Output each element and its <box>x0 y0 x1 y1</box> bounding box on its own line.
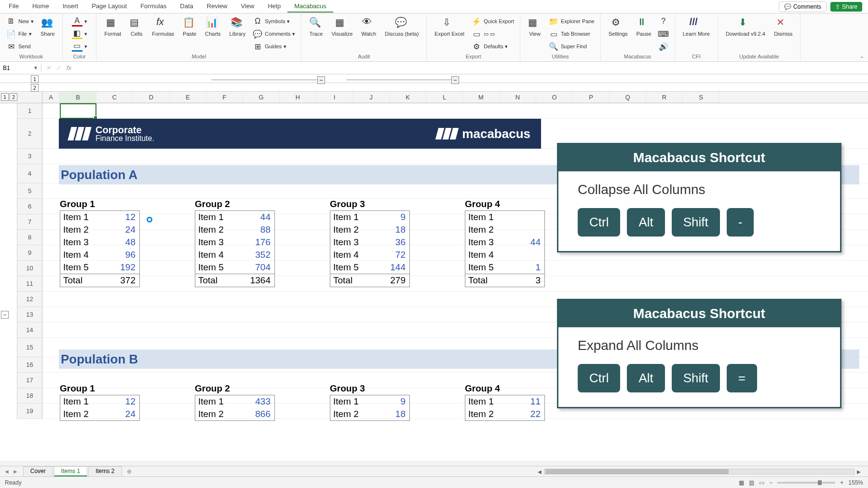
symbols-button[interactable]: ΩSymbols ▾ <box>251 15 291 27</box>
share-button[interactable]: ⇪Share <box>830 2 862 12</box>
col-header-Q[interactable]: Q <box>610 92 646 103</box>
row-header-9[interactable]: 9 <box>17 245 42 261</box>
charts-button[interactable]: 📊Charts <box>202 15 223 38</box>
fill-color-button[interactable]: ◧▾ <box>71 28 88 40</box>
col-header-E[interactable]: E <box>170 92 206 103</box>
row-header-13[interactable]: 13 <box>17 307 42 322</box>
quick-export-button[interactable]: ⚡Quick Export <box>470 15 515 27</box>
defaults-button[interactable]: ⚙Defaults ▾ <box>470 41 509 52</box>
settings-button[interactable]: ⚙Settings <box>606 15 631 38</box>
zoom-level[interactable]: 155% <box>848 479 863 486</box>
accept-formula-icon[interactable]: ✓ <box>56 64 62 71</box>
view-break-icon[interactable]: ▭ <box>759 479 764 486</box>
visualize-button[interactable]: ▦Visualize <box>328 15 355 38</box>
zoom-slider[interactable] <box>777 482 835 484</box>
horizontal-scrollbar[interactable]: ◄► <box>535 467 863 476</box>
menu-tab-review[interactable]: Review <box>200 0 234 13</box>
menu-tab-view[interactable]: View <box>234 0 261 13</box>
zoom-out-button[interactable]: − <box>769 479 773 486</box>
comments-ribbon-button[interactable]: 💬Comments ▾ <box>251 28 296 40</box>
row-outline-level-1[interactable]: 1 <box>1 93 9 101</box>
cancel-formula-icon[interactable]: ✕ <box>46 64 52 71</box>
col-collapse-1[interactable]: − <box>317 76 325 84</box>
pause-button[interactable]: ⏸Pause <box>634 15 654 38</box>
border-color-button[interactable]: ▭▾ <box>71 41 88 52</box>
col-collapse-2[interactable]: − <box>451 76 459 84</box>
col-header-C[interactable]: C <box>96 92 133 103</box>
menu-tab-page-layout[interactable]: Page Layout <box>85 0 134 13</box>
discuss-button[interactable]: 💬Discuss (beta) <box>382 15 421 38</box>
add-sheet-button[interactable]: ⊕ <box>122 468 136 475</box>
row-header-14[interactable]: 14 <box>17 322 42 338</box>
col-header-G[interactable]: G <box>243 92 280 103</box>
help-button[interactable]: ? <box>657 15 670 27</box>
watch-button[interactable]: 👁Watch <box>358 15 379 38</box>
menu-tab-help[interactable]: Help <box>261 0 287 13</box>
fx-icon[interactable]: fx <box>67 64 71 71</box>
row-header-7[interactable]: 7 <box>17 214 42 230</box>
share-ribbon-button[interactable]: 👥Share <box>38 15 57 38</box>
row-header-15[interactable]: 15 <box>17 338 42 357</box>
row-outline-level-2[interactable]: 2 <box>10 93 17 101</box>
comments-button[interactable]: 💬Comments <box>779 1 827 12</box>
selected-cell[interactable] <box>60 103 96 119</box>
row-header-11[interactable]: 11 <box>17 276 42 292</box>
sheet-nav-next[interactable]: ► <box>13 468 18 475</box>
ribbon-collapse-button[interactable]: ⌄ <box>860 53 864 59</box>
col-header-P[interactable]: P <box>573 92 610 103</box>
export-row[interactable]: ▭▭ ▭ <box>470 28 496 40</box>
row-header-2[interactable]: 2 <box>17 119 42 149</box>
new-button[interactable]: 🗎New ▾ <box>5 15 35 27</box>
col-header-I[interactable]: I <box>316 92 353 103</box>
sheet-tab-items-1[interactable]: Items 1 <box>54 466 87 476</box>
file-button[interactable]: 📄File ▾ <box>5 28 33 40</box>
row-header-8[interactable]: 8 <box>17 230 42 245</box>
sheet-tab-items-2[interactable]: Items 2 <box>88 466 122 476</box>
view-layout-icon[interactable]: ▥ <box>749 479 754 486</box>
row-header-12[interactable]: 12 <box>17 292 42 307</box>
guides-button[interactable]: ⊞Guides ▾ <box>251 41 287 52</box>
row-header-16[interactable]: 16 <box>17 357 42 373</box>
col-header-H[interactable]: H <box>280 92 316 103</box>
format-button[interactable]: ▦Format <box>101 15 124 38</box>
row-collapse-13[interactable]: − <box>1 311 9 319</box>
formulas-button[interactable]: fxFormulas <box>149 15 177 38</box>
sound-button[interactable]: 🔊 <box>657 41 670 52</box>
row-header-10[interactable]: 10 <box>17 261 42 276</box>
dismiss-button[interactable]: ✕Dismiss <box>771 15 796 38</box>
col-header-N[interactable]: N <box>500 92 536 103</box>
col-header-S[interactable]: S <box>683 92 719 103</box>
col-header-F[interactable]: F <box>206 92 243 103</box>
row-header-1[interactable]: 1 <box>17 103 42 119</box>
row-header-17[interactable]: 17 <box>17 373 42 388</box>
row-header-5[interactable]: 5 <box>17 183 42 199</box>
menu-tab-data[interactable]: Data <box>173 0 200 13</box>
trace-button[interactable]: 🔍Trace <box>306 15 326 38</box>
tab-browser-button[interactable]: ▭Tab Browser <box>547 28 591 40</box>
col-outline-level-2[interactable]: 2 <box>31 84 39 92</box>
row-header-4[interactable]: 4 <box>17 164 42 183</box>
sheet-nav-prev[interactable]: ◄ <box>4 468 10 475</box>
explorer-pane-button[interactable]: 📁Explorer Pane <box>547 15 596 27</box>
download-button[interactable]: ⬇Download v9.2.4 <box>723 15 768 38</box>
view-normal-icon[interactable]: ▦ <box>739 479 744 486</box>
formula-input[interactable] <box>76 65 868 71</box>
learn-more-button[interactable]: ///Learn More <box>680 15 713 38</box>
menu-tab-home[interactable]: Home <box>26 0 56 13</box>
col-header-B[interactable]: B <box>60 92 96 103</box>
col-header-M[interactable]: M <box>463 92 500 103</box>
col-header-R[interactable]: R <box>646 92 683 103</box>
col-header-A[interactable]: A <box>42 92 60 103</box>
library-button[interactable]: 📚Library <box>227 15 249 38</box>
paste-button[interactable]: 📋Paste <box>180 15 199 38</box>
font-color-button[interactable]: A▾ <box>71 15 88 27</box>
cells-button[interactable]: ▤Cells <box>127 15 146 38</box>
col-header-K[interactable]: K <box>390 92 426 103</box>
keys-button[interactable]: ⌨ <box>657 28 670 40</box>
menu-tab-insert[interactable]: Insert <box>56 0 85 13</box>
send-button[interactable]: ✉Send <box>5 41 32 52</box>
sheet-tab-cover[interactable]: Cover <box>23 466 53 476</box>
export-excel-button[interactable]: ⇩Export Excel <box>432 15 467 38</box>
menu-tab-file[interactable]: File <box>2 0 26 13</box>
col-header-O[interactable]: O <box>536 92 573 103</box>
